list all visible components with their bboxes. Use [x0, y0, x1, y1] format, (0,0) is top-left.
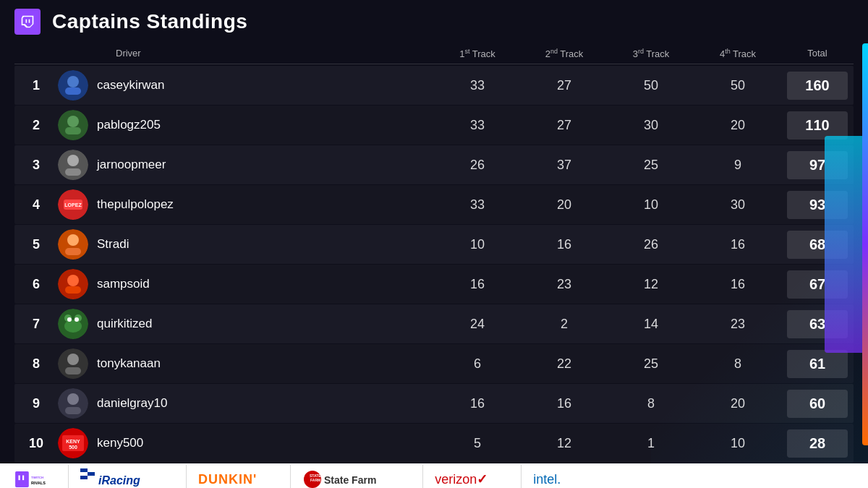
score-total: 97 [787, 151, 848, 179]
driver-name: tonykanaan [97, 356, 161, 371]
score-track3: 14 [608, 317, 694, 332]
driver-cell: jarnoopmeer [58, 150, 434, 180]
dunkin-text: DUNKIN' [198, 472, 257, 487]
driver-name: sampsoid [97, 277, 150, 291]
twitch-logo [14, 9, 41, 35]
score-track3: 25 [608, 356, 694, 372]
svg-text:TWITCH: TWITCH [31, 476, 43, 479]
driver-name: caseykirwan [97, 78, 165, 93]
driver-name: pablogz205 [97, 118, 161, 132]
score-track2: 27 [521, 78, 608, 93]
svg-rect-43 [88, 468, 95, 472]
driver-cell: tonykanaan [58, 348, 434, 379]
driver-name: quirkitized [97, 317, 153, 331]
svg-rect-45 [80, 476, 88, 479]
driver-cell: caseykirwan [58, 70, 434, 100]
row-rank: 1 [14, 78, 58, 93]
score-track1: 16 [434, 277, 521, 292]
twitch-icon [20, 14, 35, 29]
score-total: 110 [787, 111, 848, 140]
driver-cell: Stradi [58, 229, 434, 260]
table-row: 4 LOPEZ thepulpolopez 33 20 10 30 93 [14, 185, 854, 224]
score-total: 68 [787, 231, 848, 259]
svg-rect-0 [26, 20, 27, 23]
score-track4: 23 [694, 317, 781, 332]
score-track4: 8 [694, 356, 781, 372]
intel-text: intel. [533, 472, 561, 487]
avatar [58, 229, 88, 260]
score-track4: 16 [694, 237, 781, 252]
svg-point-25 [75, 317, 79, 322]
iracing-logo-svg: iRacing [80, 468, 153, 488]
score-track2: 12 [521, 436, 608, 451]
sponsor-verizon: verizon✓ [422, 465, 499, 488]
col-driver: Driver [58, 48, 434, 59]
svg-rect-37 [19, 476, 20, 481]
score-track3: 50 [608, 78, 694, 93]
col-track2: 2nd Track [521, 48, 608, 59]
col-total: Total [781, 48, 854, 59]
driver-cell: KENY500 keny500 [58, 428, 434, 458]
avatar [58, 309, 88, 339]
svg-rect-42 [80, 472, 88, 476]
driver-cell: danielgray10 [58, 388, 434, 419]
score-track2: 23 [521, 277, 608, 292]
avatar [58, 70, 88, 100]
score-track3: 26 [608, 237, 694, 252]
score-track3: 30 [608, 118, 694, 133]
sponsor-statefarm: STATE FARM State Farm [290, 465, 401, 488]
sponsor-intel: intel. [521, 465, 572, 488]
table-row: 3 jarnoopmeer 26 37 25 9 97 [14, 145, 854, 184]
avatar [58, 110, 88, 140]
svg-point-6 [67, 116, 79, 127]
svg-point-23 [64, 320, 82, 333]
score-total: 160 [787, 72, 848, 100]
svg-text:RIVALS: RIVALS [31, 481, 46, 485]
page-title: Captains Standings [52, 10, 247, 33]
svg-point-27 [67, 354, 79, 365]
svg-rect-16 [65, 248, 81, 255]
svg-point-3 [67, 76, 79, 87]
svg-text:KENY: KENY [66, 439, 80, 444]
avatar [58, 348, 88, 379]
col-track1: 1st Track [434, 48, 521, 59]
score-track2: 2 [521, 317, 608, 332]
avatar [58, 388, 88, 419]
score-track3: 1 [608, 436, 694, 451]
score-total: 67 [787, 270, 848, 299]
score-track1: 33 [434, 118, 521, 133]
score-track4: 16 [694, 277, 781, 292]
driver-name: Stradi [97, 237, 129, 252]
score-track4: 30 [694, 197, 781, 213]
score-track1: 26 [434, 158, 521, 173]
driver-cell: LOPEZ thepulpolopez [58, 189, 434, 220]
driver-cell: sampsoid [58, 269, 434, 299]
score-track4: 20 [694, 396, 781, 411]
score-track2: 37 [521, 158, 608, 173]
table-row: 7 quirkitized 24 2 14 23 63 [14, 304, 854, 343]
sponsor-iracing: iRacing [68, 465, 164, 488]
driver-cell: pablogz205 [58, 110, 434, 140]
score-total: 28 [787, 429, 848, 458]
svg-point-30 [67, 393, 79, 405]
col-track4: 4th Track [694, 48, 781, 59]
row-rank: 9 [14, 396, 58, 411]
row-rank: 2 [14, 118, 58, 133]
twitch-rivals-logo: TWITCH RIVALS [14, 463, 46, 488]
score-track1: 16 [434, 396, 521, 411]
score-track1: 6 [434, 356, 521, 372]
svg-text:FARM: FARM [310, 478, 320, 482]
svg-point-9 [67, 155, 79, 166]
table-row: 1 caseykirwan 33 27 50 50 160 [14, 66, 854, 105]
score-track3: 12 [608, 277, 694, 292]
score-track3: 10 [608, 197, 694, 213]
svg-rect-36 [15, 471, 29, 487]
col-rank [14, 48, 58, 59]
score-total: 61 [787, 350, 848, 378]
svg-text:iRacing: iRacing [98, 474, 140, 487]
svg-text:500: 500 [69, 445, 77, 450]
table-row: 2 pablogz205 33 27 30 20 110 [14, 106, 854, 145]
row-rank: 6 [14, 277, 58, 292]
svg-rect-41 [80, 468, 88, 472]
score-track1: 24 [434, 317, 521, 332]
